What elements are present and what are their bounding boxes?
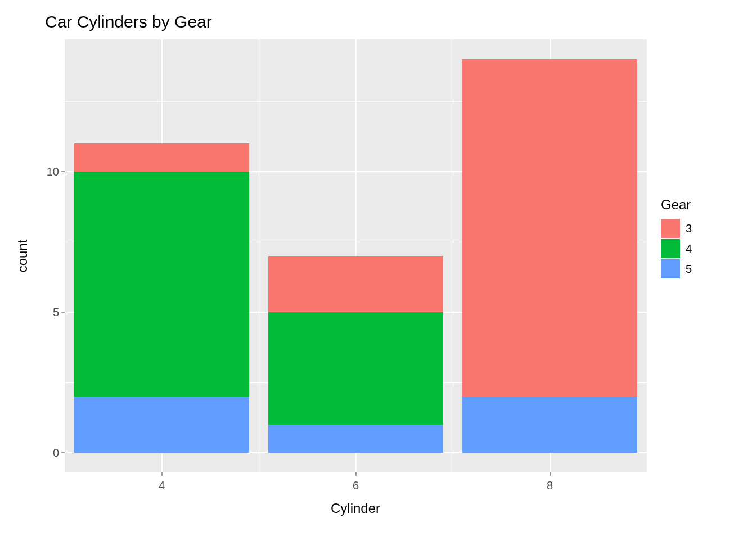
x-tick-mark (550, 472, 550, 476)
plot-title: Car Cylinders by Gear (45, 12, 212, 32)
bar-segment-gear-5 (268, 425, 443, 453)
bar-stack (74, 39, 249, 453)
bar-segment-gear-4 (268, 312, 443, 425)
x-tick-mark (161, 472, 162, 476)
legend-item-gear-4: 4 (661, 238, 692, 259)
legend: Gear 345 (661, 197, 692, 279)
bar-segment-gear-4 (74, 172, 249, 397)
legend-title: Gear (661, 197, 692, 213)
bar-segment-gear-3 (462, 59, 637, 397)
y-tick-mark (61, 453, 65, 453)
x-tick-mark (356, 472, 356, 476)
bar-segment-gear-3 (268, 256, 443, 312)
y-tick-mark (61, 172, 65, 172)
legend-label: 5 (686, 263, 692, 276)
y-tick-label: 0 (37, 447, 59, 460)
y-tick-label: 10 (37, 165, 59, 178)
legend-swatch (661, 259, 680, 278)
legend-label: 3 (686, 222, 692, 235)
legend-swatch (661, 239, 680, 258)
bar-segment-gear-3 (74, 143, 249, 172)
plot-panel (65, 39, 647, 472)
chart-frame: Car Cylinders by Gear count Cylinder Gea… (0, 0, 756, 540)
legend-item-gear-5: 5 (661, 259, 692, 279)
x-tick-label: 4 (159, 479, 165, 492)
x-tick-label: 8 (547, 479, 553, 492)
x-axis-label: Cylinder (331, 501, 380, 516)
bar-stack (462, 39, 637, 453)
y-tick-label: 5 (37, 306, 59, 319)
x-tick-label: 6 (353, 479, 359, 492)
bar-segment-gear-5 (74, 397, 249, 453)
grid-v-minor (453, 39, 453, 472)
grid-v-minor (259, 39, 259, 472)
bar-stack (268, 39, 443, 453)
legend-swatch (661, 219, 680, 238)
legend-label: 4 (686, 242, 692, 255)
legend-item-gear-3: 3 (661, 218, 692, 238)
y-axis-label: count (15, 240, 30, 273)
y-tick-mark (61, 312, 65, 313)
bar-segment-gear-5 (462, 397, 637, 453)
